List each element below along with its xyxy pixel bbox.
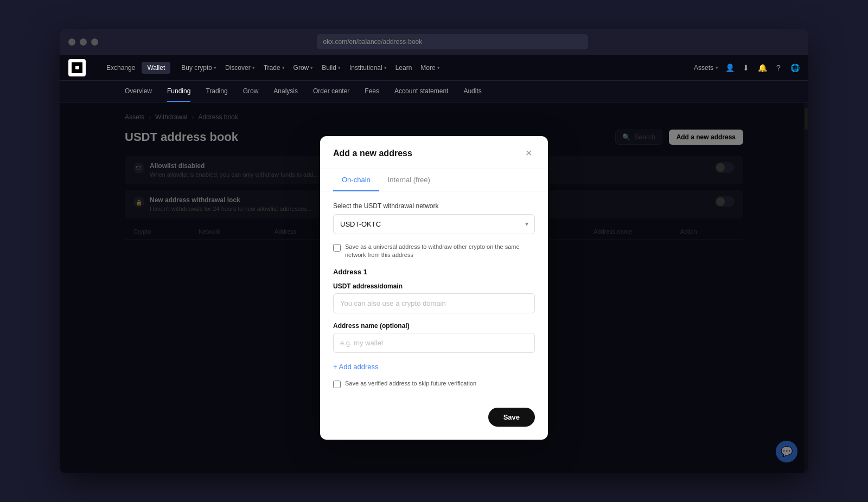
svg-rect-0 <box>72 62 75 66</box>
nav-discover[interactable]: Discover ▾ <box>225 64 255 72</box>
nav-build[interactable]: Build ▾ <box>322 64 341 72</box>
notification-icon[interactable]: 🔔 <box>757 63 767 73</box>
chevron-down-icon: ▾ <box>338 65 341 70</box>
browser-chrome: okx.com/en/balance/address-book <box>60 29 808 55</box>
nav-grow[interactable]: Grow ▾ <box>293 64 314 72</box>
chevron-down-icon: ▾ <box>282 65 285 70</box>
traffic-lights <box>68 38 98 46</box>
wallet-toggle[interactable]: Wallet <box>142 62 170 74</box>
nav-more[interactable]: More ▾ <box>420 64 439 72</box>
network-select-wrapper: USDT-OKTC ▾ <box>333 214 535 234</box>
network-label: Select the USDT withdrawal network <box>333 202 535 210</box>
svg-rect-2 <box>79 62 82 66</box>
modal-tabs: On-chain Internal (free) <box>320 169 548 191</box>
name-form-group: Address name (optional) <box>333 322 535 353</box>
name-label: Address name (optional) <box>333 322 535 330</box>
chevron-down-icon: ▾ <box>437 65 440 70</box>
address-input[interactable] <box>333 293 535 313</box>
subnav-overview[interactable]: Overview <box>125 81 152 102</box>
add-address-modal: Add a new address ✕ On-chain Internal (f… <box>320 136 548 440</box>
nav-right: Assets ▾ 👤 ⬇ 🔔 ? 🌐 <box>694 63 800 73</box>
subnav-trading[interactable]: Trading <box>206 81 227 102</box>
nav-learn[interactable]: Learn <box>395 64 412 72</box>
assets-menu[interactable]: Assets ▾ <box>694 64 718 72</box>
modal-footer: Save <box>320 408 548 440</box>
svg-rect-6 <box>75 69 79 73</box>
close-light[interactable] <box>68 38 75 46</box>
verified-checkbox-label: Save as verified address to skip future … <box>345 379 476 388</box>
nav-toggle: Exchange Wallet <box>101 62 170 74</box>
tab-internal[interactable]: Internal (free) <box>379 169 439 191</box>
add-address-link[interactable]: + Add address <box>333 363 378 371</box>
address-section-title: Address 1 <box>333 268 535 276</box>
browser-content: Exchange Wallet Buy crypto ▾ Discover ▾ … <box>60 55 808 473</box>
name-input[interactable] <box>333 333 535 353</box>
universal-checkbox-row: Save as a universal address to withdraw … <box>333 243 535 260</box>
subnav-funding[interactable]: Funding <box>167 81 190 102</box>
svg-rect-3 <box>72 66 75 69</box>
top-nav: Exchange Wallet Buy crypto ▾ Discover ▾ … <box>60 55 808 81</box>
address-bar[interactable]: okx.com/en/balance/address-book <box>317 34 588 49</box>
tab-on-chain[interactable]: On-chain <box>333 169 379 191</box>
subnav-audits[interactable]: Audits <box>463 81 481 102</box>
download-icon[interactable]: ⬇ <box>741 63 751 73</box>
minimize-light[interactable] <box>80 38 87 46</box>
verified-checkbox[interactable] <box>333 381 341 388</box>
subnav-order-center[interactable]: Order center <box>313 81 349 102</box>
nav-trade[interactable]: Trade ▾ <box>264 64 285 72</box>
logo[interactable] <box>68 59 86 76</box>
save-button[interactable]: Save <box>488 408 535 427</box>
sub-nav: Overview Funding Trading Grow Analysis O… <box>60 81 808 102</box>
globe-icon[interactable]: 🌐 <box>790 63 800 73</box>
chevron-down-icon: ▾ <box>384 65 387 70</box>
svg-rect-5 <box>72 69 75 73</box>
address-form-group: USDT address/domain <box>333 282 535 313</box>
modal-header: Add a new address ✕ <box>320 136 548 169</box>
svg-rect-1 <box>75 62 79 66</box>
modal-overlay[interactable]: Add a new address ✕ On-chain Internal (f… <box>60 102 808 473</box>
chevron-down-icon: ▾ <box>310 65 313 70</box>
subnav-grow[interactable]: Grow <box>243 81 259 102</box>
maximize-light[interactable] <box>91 38 98 46</box>
subnav-account-statement[interactable]: Account statement <box>394 81 448 102</box>
address-label: USDT address/domain <box>333 282 535 290</box>
nav-institutional[interactable]: Institutional ▾ <box>349 64 387 72</box>
subnav-fees[interactable]: Fees <box>365 81 379 102</box>
universal-checkbox-label: Save as a universal address to withdraw … <box>345 243 535 260</box>
verified-checkbox-row: Save as verified address to skip future … <box>333 379 535 388</box>
page-content: Assets › Withdrawal › Address book USDT … <box>60 102 808 473</box>
help-icon[interactable]: ? <box>774 63 783 73</box>
svg-rect-7 <box>79 69 82 73</box>
user-icon[interactable]: 👤 <box>725 63 735 73</box>
chevron-down-icon: ▾ <box>214 65 216 70</box>
logo-icon <box>68 59 86 76</box>
exchange-toggle[interactable]: Exchange <box>101 62 141 74</box>
nav-buy-crypto[interactable]: Buy crypto ▾ <box>181 64 216 72</box>
universal-checkbox[interactable] <box>333 244 341 252</box>
nav-items: Buy crypto ▾ Discover ▾ Trade ▾ Grow ▾ B… <box>181 64 683 72</box>
svg-rect-4 <box>79 66 82 69</box>
modal-title: Add a new address <box>333 149 412 158</box>
modal-body: Select the USDT withdrawal network USDT-… <box>320 191 548 408</box>
address-bar-text: okx.com/en/balance/address-book <box>323 38 423 46</box>
chevron-down-icon: ▾ <box>252 65 255 70</box>
modal-close-button[interactable]: ✕ <box>522 147 535 160</box>
network-select[interactable]: USDT-OKTC <box>333 214 535 234</box>
network-form-group: Select the USDT withdrawal network USDT-… <box>333 202 535 234</box>
subnav-analysis[interactable]: Analysis <box>273 81 298 102</box>
